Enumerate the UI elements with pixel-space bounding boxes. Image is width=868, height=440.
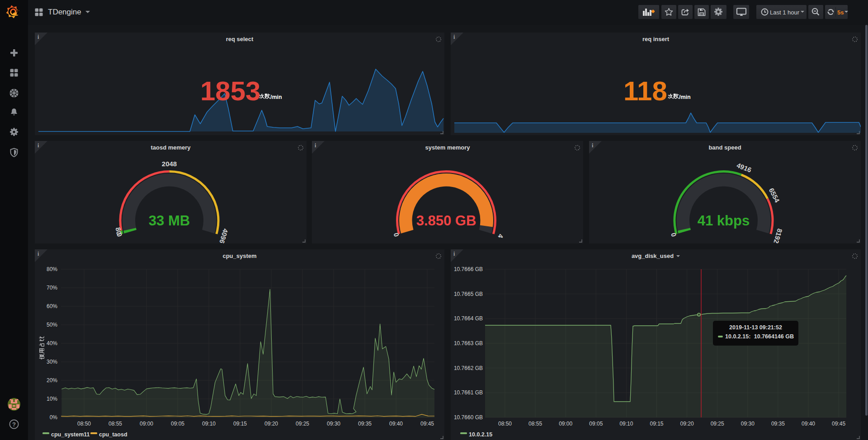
svg-text:0: 0 — [392, 232, 401, 238]
svg-text:10.7665 GB: 10.7665 GB — [454, 291, 483, 297]
svg-text:60%: 60% — [47, 303, 57, 309]
svg-text:09:20: 09:20 — [264, 421, 278, 427]
svg-text:10.7663 GB: 10.7663 GB — [454, 340, 483, 346]
svg-text:08:50: 08:50 — [77, 421, 91, 427]
svg-text:09:00: 09:00 — [559, 421, 572, 427]
svg-text:10.0.2.15: 10.0.2.15 — [469, 431, 492, 438]
svg-text:08:55: 08:55 — [108, 421, 122, 427]
svg-text:8192: 8192 — [772, 228, 784, 243]
svg-text:09:45: 09:45 — [420, 421, 434, 427]
svg-text:09:10: 09:10 — [202, 421, 216, 427]
svg-text:09:30: 09:30 — [741, 421, 755, 427]
svg-text:09:35: 09:35 — [358, 421, 372, 427]
svg-text:2048: 2048 — [162, 160, 177, 168]
svg-text:09:35: 09:35 — [771, 421, 785, 427]
svg-text:09:05: 09:05 — [171, 421, 184, 427]
svg-text:3.850 GB: 3.850 GB — [416, 213, 476, 229]
svg-text:09:45: 09:45 — [832, 421, 845, 427]
svg-text:4096: 4096 — [218, 228, 230, 243]
svg-text:4: 4 — [496, 233, 505, 239]
svg-text:10.7661 GB: 10.7661 GB — [454, 389, 483, 396]
svg-text:70%: 70% — [47, 285, 57, 291]
svg-text:cpu_taosd: cpu_taosd — [99, 431, 127, 438]
svg-text:40%: 40% — [47, 340, 57, 346]
svg-text:10.7666 GB: 10.7666 GB — [454, 266, 483, 272]
svg-text:41 kbps: 41 kbps — [698, 213, 750, 229]
svg-text:09:30: 09:30 — [327, 421, 340, 427]
svg-text:cpu_system11: cpu_system11 — [51, 431, 90, 438]
svg-text:80: 80 — [114, 227, 123, 236]
svg-text:/min: /min — [270, 94, 282, 100]
svg-text:09:40: 09:40 — [802, 421, 815, 427]
svg-text:80%: 80% — [47, 266, 57, 272]
svg-text:30%: 30% — [47, 359, 57, 365]
svg-text:10.7662 GB: 10.7662 GB — [454, 365, 483, 371]
svg-text:0%: 0% — [50, 414, 58, 421]
svg-text:10.7660 GB: 10.7660 GB — [454, 414, 483, 421]
svg-text:09:15: 09:15 — [650, 421, 663, 427]
svg-text:10.7664 GB: 10.7664 GB — [454, 315, 483, 322]
svg-text:/min: /min — [679, 94, 691, 100]
svg-text:09:25: 09:25 — [711, 421, 724, 427]
svg-text:09:10: 09:10 — [619, 421, 633, 427]
svg-text:4916: 4916 — [736, 161, 752, 174]
svg-text:09:20: 09:20 — [680, 421, 694, 427]
svg-text:08:55: 08:55 — [528, 421, 542, 427]
svg-text:20%: 20% — [47, 377, 57, 384]
svg-text:08:50: 08:50 — [498, 421, 512, 427]
svg-text:09:15: 09:15 — [233, 421, 247, 427]
svg-text:10%: 10% — [47, 396, 57, 402]
svg-text:0: 0 — [670, 232, 678, 238]
svg-text:09:00: 09:00 — [140, 421, 153, 427]
svg-text:50%: 50% — [47, 322, 57, 328]
svg-text:09:40: 09:40 — [389, 421, 403, 427]
svg-text:09:25: 09:25 — [296, 421, 309, 427]
svg-text:?: ? — [12, 421, 16, 428]
svg-text:33 MB: 33 MB — [149, 213, 190, 229]
svg-text:09:05: 09:05 — [589, 421, 603, 427]
